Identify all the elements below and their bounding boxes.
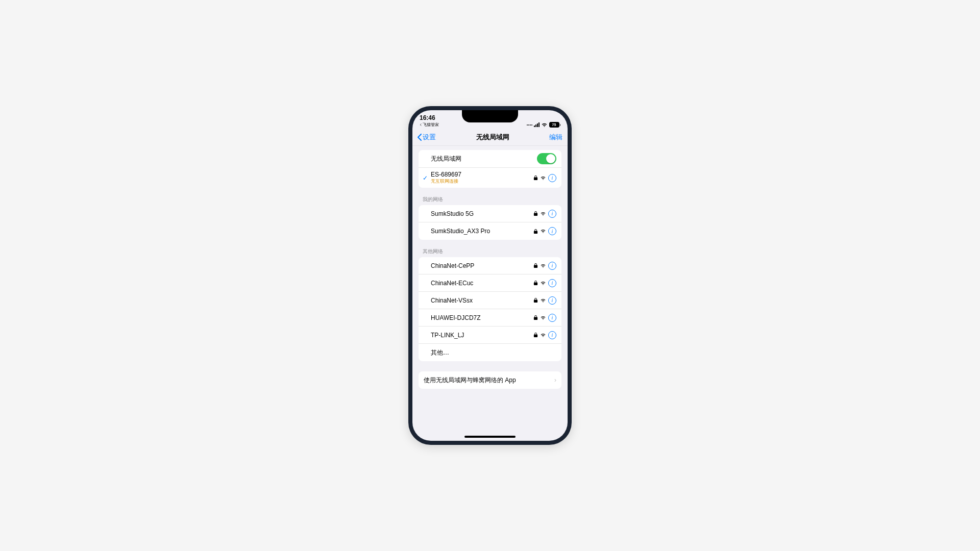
apps-using-wifi-row[interactable]: 使用无线局域网与蜂窝网络的 App ›	[419, 371, 561, 389]
network-name: ChinaNet-CePP	[424, 262, 533, 269]
info-button[interactable]: i	[548, 174, 556, 182]
wifi-status-icon	[541, 122, 548, 128]
network-name: TP-LINK_LJ	[424, 332, 533, 339]
wifi-toggle-label: 无线局域网	[424, 155, 537, 163]
content: 无线局域网 ✓ ES-689697 无互联网连接 i 我的网络	[412, 146, 568, 389]
chevron-left-icon	[418, 134, 422, 141]
other-network-row[interactable]: ChinaNet-CePP i	[419, 257, 561, 274]
other-networks-group: ChinaNet-CePP i ChinaNet-ECuc i ChinaNet…	[419, 257, 561, 361]
lock-icon	[533, 175, 538, 181]
footer-group: 使用无线局域网与蜂窝网络的 App ›	[419, 371, 561, 389]
edit-button[interactable]: 编辑	[549, 133, 562, 142]
info-button[interactable]: i	[548, 227, 556, 235]
other-option-row[interactable]: 其他…	[419, 344, 561, 361]
info-button[interactable]: i	[548, 296, 556, 305]
info-button[interactable]: i	[548, 314, 556, 322]
connected-network-row[interactable]: ✓ ES-689697 无互联网连接 i	[419, 168, 561, 188]
wifi-signal-icon	[540, 333, 546, 338]
wifi-signal-icon	[540, 315, 546, 320]
breadcrumb-back[interactable]: 飞猫管家	[420, 122, 439, 128]
other-network-row[interactable]: ChinaNet-VSsx i	[419, 292, 561, 309]
wifi-signal-icon	[540, 263, 546, 268]
wifi-signal-icon	[540, 281, 546, 286]
phone-frame: 16:46 飞猫管家 75 设置 无线局域网	[408, 106, 572, 445]
notch	[462, 110, 518, 122]
lock-icon	[533, 280, 538, 286]
network-name: SumkStudio 5G	[424, 210, 533, 217]
wifi-signal-icon	[540, 211, 546, 216]
status-icons: 75	[527, 122, 561, 128]
wifi-main-group: 无线局域网 ✓ ES-689697 无互联网连接 i	[419, 150, 561, 188]
other-option-label: 其他…	[424, 348, 556, 357]
breadcrumb-caret-icon	[420, 123, 422, 126]
status-time: 16:46	[420, 114, 435, 121]
secondary-signal-icon	[527, 124, 532, 126]
other-networks-header: 其他网络	[419, 248, 561, 257]
network-name: HUAWEI-DJCD7Z	[424, 314, 533, 321]
lock-icon	[533, 315, 538, 320]
lock-icon	[533, 211, 538, 216]
info-button[interactable]: i	[548, 262, 556, 270]
other-network-row[interactable]: TP-LINK_LJ i	[419, 327, 561, 344]
network-name: ChinaNet-ECuc	[424, 280, 533, 287]
my-networks-group: SumkStudio 5G i SumkStudio_AX3 Pro i	[419, 205, 561, 240]
wifi-toggle[interactable]	[537, 153, 556, 164]
network-name: ChinaNet-VSsx	[424, 297, 533, 304]
lock-icon	[533, 229, 538, 234]
wifi-signal-icon	[540, 298, 546, 303]
cellular-signal-icon	[534, 122, 540, 127]
back-button[interactable]: 设置	[418, 133, 436, 142]
nav-title: 无线局域网	[476, 133, 509, 142]
wifi-toggle-row[interactable]: 无线局域网	[419, 150, 561, 168]
info-button[interactable]: i	[548, 210, 556, 218]
other-network-row[interactable]: ChinaNet-ECuc i	[419, 274, 561, 292]
wifi-signal-icon	[540, 176, 546, 181]
home-indicator[interactable]	[464, 436, 516, 438]
checkmark-icon: ✓	[423, 174, 428, 182]
lock-icon	[533, 263, 538, 268]
lock-icon	[533, 332, 538, 338]
battery-icon: 75	[549, 122, 561, 128]
screen: 16:46 飞猫管家 75 设置 无线局域网	[412, 110, 568, 441]
info-button[interactable]: i	[548, 331, 556, 339]
network-name: SumkStudio_AX3 Pro	[424, 228, 533, 235]
my-network-row[interactable]: SumkStudio_AX3 Pro i	[419, 222, 561, 240]
info-button[interactable]: i	[548, 279, 556, 287]
connected-status: 无互联网连接	[431, 178, 533, 185]
connected-name: ES-689697	[431, 171, 533, 178]
nav-bar: 设置 无线局域网 编辑	[412, 129, 568, 146]
my-network-row[interactable]: SumkStudio 5G i	[419, 205, 561, 222]
other-network-row[interactable]: HUAWEI-DJCD7Z i	[419, 309, 561, 327]
chevron-right-icon: ›	[554, 377, 556, 384]
lock-icon	[533, 297, 538, 303]
wifi-signal-icon	[540, 229, 546, 234]
my-networks-header: 我的网络	[419, 196, 561, 205]
